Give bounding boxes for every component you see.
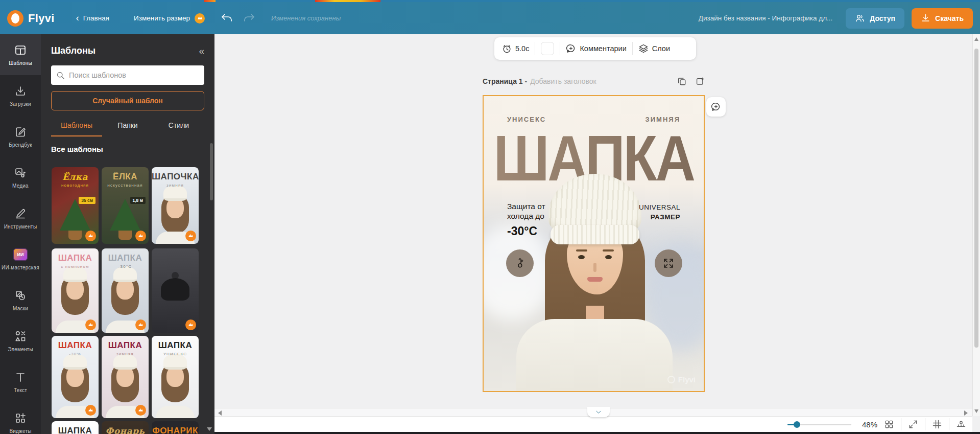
save-status: Изменения сохранены: [271, 14, 341, 22]
back-chevron-icon: ‹: [76, 13, 79, 22]
background-color-swatch[interactable]: [541, 42, 554, 55]
sidebar-item-label: Виджеты: [9, 428, 31, 434]
feature-text-block[interactable]: Защита от холода до -30°C: [507, 201, 545, 236]
tab-styles[interactable]: Стили: [153, 117, 204, 136]
download-button[interactable]: Скачать: [912, 8, 973, 29]
design-tag-right[interactable]: ЗИМНЯЯ: [646, 116, 680, 123]
size-line1: UNIVERSAL: [639, 203, 680, 211]
tools-icon: [14, 207, 27, 220]
template-search[interactable]: [51, 65, 204, 85]
top-edge-strip: [0, 0, 980, 2]
template-subtitle: с помпоном: [52, 264, 99, 269]
sidebar-item-tools[interactable]: Инструменты: [0, 198, 41, 239]
thermometer-icon: [514, 257, 526, 269]
scroll-down-icon[interactable]: [974, 409, 978, 413]
size-badge[interactable]: [655, 249, 682, 277]
vertical-scrollbar[interactable]: [972, 34, 980, 416]
brandbook-icon: [14, 125, 27, 139]
crown-icon: [85, 319, 96, 330]
vertical-scrollbar-thumb[interactable]: [974, 49, 978, 348]
template-subtitle: -30°C: [102, 264, 149, 269]
redo-button[interactable]: [243, 12, 256, 25]
collapse-panel-icon[interactable]: «: [199, 46, 204, 56]
panel-scroll-down-icon[interactable]: [207, 427, 212, 431]
tab-templates[interactable]: Шаблоны: [51, 117, 102, 136]
model-sweater: [516, 319, 673, 392]
layers-button[interactable]: Слои: [638, 43, 670, 54]
template-thumb[interactable]: Ёлкановогодняя35 см: [52, 167, 99, 244]
template-thumb[interactable]: ШАПОЧКАзимняя: [152, 167, 199, 244]
document-title[interactable]: Дизайн без названия - Инфографика дл...: [699, 14, 833, 22]
sidebar-item-elements[interactable]: Элементы: [0, 321, 41, 361]
access-button[interactable]: Доступ: [846, 8, 904, 29]
fullscreen-icon[interactable]: [908, 419, 918, 429]
uploads-icon: [14, 84, 27, 98]
template-title: Фонарь: [102, 426, 149, 434]
sidebar-item-text[interactable]: Текст: [0, 361, 41, 402]
comments-button[interactable]: Комментарии: [566, 43, 626, 54]
canvas-area[interactable]: 5.0с Комментарии Слои Страница 1 - Добав…: [214, 34, 972, 408]
design-canvas[interactable]: ШАПКА УНИСЕКС ЗИМНЯЯ Защита от холода до…: [483, 95, 705, 392]
download-icon: [921, 13, 930, 23]
random-template-button[interactable]: Случайный шаблон: [51, 91, 204, 110]
size-text-block[interactable]: UNIVERSAL РАЗМЕР: [639, 203, 680, 221]
template-thumb[interactable]: [152, 248, 199, 333]
grid-toggle-icon[interactable]: [932, 419, 942, 429]
scroll-left-icon[interactable]: [218, 410, 222, 416]
zoom-slider-handle[interactable]: [794, 421, 800, 428]
template-thumb[interactable]: ШАПКАс помпоном: [52, 248, 99, 333]
scroll-up-icon[interactable]: [974, 37, 978, 41]
home-button[interactable]: ‹ Главная: [76, 14, 109, 22]
ruler-icon[interactable]: [956, 419, 966, 429]
search-input[interactable]: [69, 71, 199, 79]
design-tag-left[interactable]: УНИСЕКС: [507, 116, 546, 123]
template-thumb[interactable]: ШАПКА: [52, 421, 99, 434]
duplicate-page-icon[interactable]: [677, 77, 686, 86]
sidebar-item-label: Инструменты: [4, 224, 37, 230]
text-icon: [14, 371, 27, 384]
template-title: ШАПКА: [52, 426, 99, 434]
search-icon: [56, 71, 65, 80]
crown-icon: [135, 231, 146, 241]
sidebar-item-masks[interactable]: Маски: [0, 280, 41, 321]
zoom-slider[interactable]: [787, 421, 851, 428]
template-thumb[interactable]: ШАПКАзимняя: [102, 336, 149, 418]
sidebar-item-widgets[interactable]: Виджеты: [0, 402, 41, 434]
template-subtitle: новогодняя: [52, 183, 99, 188]
pages-view-icon[interactable]: [884, 419, 894, 429]
template-subtitle: УНИСЕКС: [152, 352, 199, 356]
template-thumb[interactable]: ШАПКА-30%: [52, 336, 99, 418]
page-title-placeholder[interactable]: Добавить заголовок: [530, 77, 596, 85]
size-line2: РАЗМЕР: [639, 213, 680, 221]
sidebar-item-label: Загрузки: [10, 101, 31, 107]
sidebar-item-templates[interactable]: Шаблоны: [0, 34, 41, 75]
duration-control[interactable]: 5.0с: [502, 44, 529, 54]
sidebar-item-uploads[interactable]: Загрузки: [0, 75, 41, 116]
template-thumb[interactable]: Фонарь: [102, 421, 149, 434]
sidebar-item-ai[interactable]: ИИИИ-мастерская: [0, 239, 41, 280]
feature-value: -30°C: [507, 226, 545, 236]
template-thumb[interactable]: ШАПКА-30°C: [102, 248, 149, 333]
panel-scrollbar-thumb[interactable]: [210, 143, 213, 200]
undo-button[interactable]: [220, 12, 233, 25]
widgets-icon: [14, 412, 27, 425]
flyvi-logo[interactable]: Flyvi: [7, 10, 55, 27]
thermometer-badge[interactable]: [506, 249, 534, 277]
template-thumb[interactable]: ШАПКАУНИСЕКС: [152, 336, 199, 418]
sidebar-item-media[interactable]: Медиа: [0, 157, 41, 198]
layers-label: Слои: [652, 44, 670, 53]
template-title: ШАПОЧКА: [152, 172, 199, 182]
collapse-canvas-tab[interactable]: [587, 407, 610, 417]
template-thumb[interactable]: ЁЛКАискусственная1,8 м: [102, 167, 149, 244]
tab-folders[interactable]: Папки: [102, 117, 153, 136]
template-thumb[interactable]: ФОНАРИК: [152, 421, 199, 434]
sidebar-item-brandbook[interactable]: Брендбук: [0, 116, 41, 157]
feature-line2: холода до: [507, 211, 545, 221]
add-page-icon[interactable]: [696, 77, 705, 86]
design-tags[interactable]: УНИСЕКС ЗИМНЯЯ: [507, 116, 680, 123]
crown-icon: [195, 13, 205, 24]
add-comment-button[interactable]: [706, 97, 726, 117]
resize-button[interactable]: Изменить размер: [134, 13, 205, 24]
expand-arrows-icon: [662, 257, 675, 269]
scroll-right-icon[interactable]: [964, 410, 968, 416]
